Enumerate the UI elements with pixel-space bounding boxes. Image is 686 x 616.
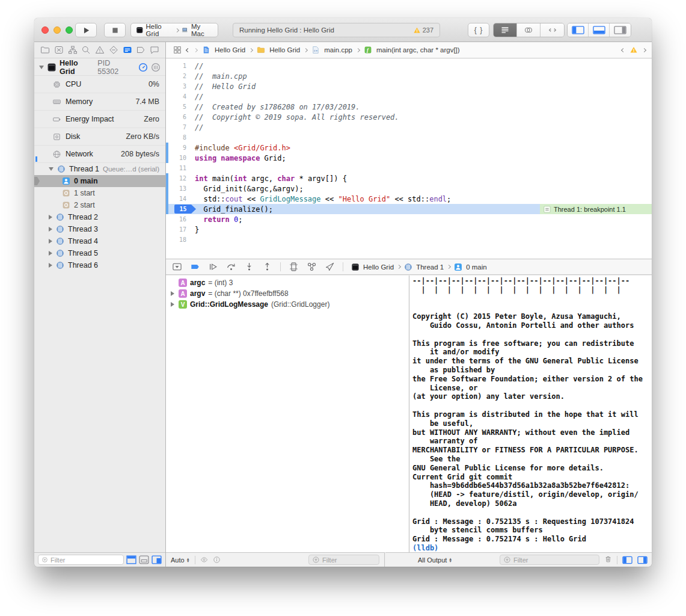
disclosure-triangle-icon[interactable] <box>49 215 52 220</box>
close-window-button[interactable] <box>41 26 49 34</box>
stack-frame-row[interactable]: 2 start <box>34 199 165 211</box>
toggle-variables-view-button[interactable] <box>622 556 632 564</box>
line-number[interactable]: 10 <box>166 155 195 161</box>
step-into-button[interactable] <box>244 262 254 272</box>
cpu-gauge[interactable]: CPU0% <box>34 76 165 93</box>
thread-row[interactable]: Thread 1Queue:…d (serial) <box>34 163 165 175</box>
toggle-navigator-button[interactable] <box>568 23 589 37</box>
variables-view[interactable]: Aargc= (int) 3Aargv= (char **) 0x7ffeefb… <box>166 276 409 552</box>
code-line[interactable]: 15 Grid_finalize();Thread 1: breakpoint … <box>166 204 652 214</box>
jump-bar-item[interactable]: main(int argc, char * argv[]) <box>376 46 460 54</box>
line-number[interactable]: 1 <box>166 63 195 69</box>
line-number[interactable]: 17 <box>166 226 195 233</box>
line-number[interactable]: 5 <box>166 103 195 110</box>
variable-row[interactable]: Aargv= (char **) 0x7ffeefbff568 <box>166 288 409 299</box>
disclosure-triangle-icon[interactable] <box>49 167 54 171</box>
code-line[interactable]: 13 Grid_init(&argc,&argv); <box>166 183 652 194</box>
disclosure-triangle-icon[interactable] <box>49 251 52 256</box>
thread-row[interactable]: Thread 2 <box>34 211 165 223</box>
code-line[interactable]: 2// main.cpp <box>166 71 652 81</box>
find-navigator-icon[interactable] <box>81 45 91 55</box>
line-number[interactable]: 2 <box>166 73 195 79</box>
minimize-window-button[interactable] <box>54 26 61 34</box>
source-control-navigator-icon[interactable] <box>54 45 64 55</box>
line-number[interactable]: 4 <box>166 93 195 100</box>
gauge-view-button-icon[interactable] <box>138 63 148 72</box>
hide-debug-area-button[interactable] <box>172 262 182 272</box>
variable-row[interactable]: Aargc= (int) 3 <box>166 277 409 288</box>
continue-button[interactable] <box>208 262 218 272</box>
line-number[interactable]: 8 <box>166 134 195 141</box>
thread-row[interactable]: Thread 6 <box>34 259 165 271</box>
memory-graph-button[interactable] <box>307 262 317 272</box>
disclosure-triangle-icon[interactable] <box>49 263 52 268</box>
report-navigator-icon[interactable] <box>149 45 160 55</box>
source-editor[interactable]: 1//2// main.cpp3// Hello Grid4//5// Crea… <box>166 59 652 259</box>
zoom-window-button[interactable] <box>66 26 73 34</box>
line-number[interactable]: 9 <box>166 144 195 151</box>
toggle-console-view-button[interactable] <box>637 556 648 564</box>
network-gauge[interactable]: Network208 bytes/s <box>34 146 165 163</box>
energy-gauge[interactable]: Energy ImpactZero <box>34 111 165 128</box>
show-crashed-filter-icon[interactable] <box>152 555 162 564</box>
breakpoint-navigator-icon[interactable] <box>135 45 146 55</box>
previous-issue-icon[interactable] <box>621 48 625 52</box>
related-items-icon[interactable] <box>173 46 182 54</box>
jump-bar-item[interactable]: main.cpp <box>324 46 352 54</box>
show-running-filter-icon[interactable] <box>126 555 136 564</box>
code-line[interactable]: 17} <box>166 224 652 235</box>
variables-filter-input[interactable]: Filter <box>308 555 379 565</box>
quicklook-eye-icon[interactable] <box>200 556 208 564</box>
line-number[interactable]: 12 <box>166 175 195 182</box>
code-line[interactable]: 18 <box>166 235 652 245</box>
disclosure-triangle-icon[interactable] <box>49 239 52 244</box>
forward-button-icon[interactable] <box>194 48 198 52</box>
stack-frame-row[interactable]: 1 start <box>34 187 165 199</box>
thread-row[interactable]: Thread 3 <box>34 223 165 235</box>
process-crumb[interactable]: Hello Grid <box>363 263 394 271</box>
frame-crumb[interactable]: 0 main <box>466 263 487 271</box>
thread-row[interactable]: Thread 5 <box>34 247 165 259</box>
process-row[interactable]: Hello Grid PID 55302 <box>34 59 165 76</box>
info-icon[interactable] <box>213 556 221 564</box>
disk-gauge[interactable]: DiskZero KB/s <box>34 128 165 146</box>
symbol-navigator-icon[interactable] <box>67 45 78 55</box>
code-line[interactable]: 8 <box>166 132 652 143</box>
line-number[interactable]: 14 <box>166 196 195 202</box>
line-number[interactable]: 11 <box>166 165 195 171</box>
toggle-inspector-button[interactable] <box>610 23 631 37</box>
code-line[interactable]: 16 return 0; <box>166 214 652 224</box>
line-number[interactable]: 7 <box>166 124 195 131</box>
line-number[interactable]: 3 <box>166 83 195 90</box>
line-number[interactable]: 16 <box>166 216 195 223</box>
version-editor-button[interactable] <box>541 23 564 37</box>
thread-row[interactable]: Thread 4 <box>34 235 165 247</box>
variables-scope-selector[interactable]: Auto ▲▼ <box>171 556 190 564</box>
test-navigator-icon[interactable] <box>108 45 119 55</box>
simulate-location-button[interactable] <box>325 262 335 272</box>
view-hierarchy-button[interactable] <box>289 262 299 272</box>
memory-gauge[interactable]: Memory7.4 MB <box>34 93 165 111</box>
line-number[interactable]: 18 <box>166 236 195 243</box>
disclosure-triangle-icon[interactable] <box>39 66 44 69</box>
library-button[interactable]: { } <box>468 23 489 37</box>
jump-bar-item[interactable]: Hello Grid <box>215 46 245 54</box>
line-number[interactable]: 6 <box>166 114 195 120</box>
next-issue-icon[interactable] <box>642 48 646 52</box>
back-button-icon[interactable] <box>186 48 190 52</box>
stack-frame-row[interactable]: 0 main <box>34 175 165 187</box>
issue-navigator-icon[interactable] <box>94 45 105 55</box>
project-navigator-icon[interactable] <box>40 45 51 55</box>
stop-button[interactable] <box>104 23 126 37</box>
thread-view-button-icon[interactable] <box>151 63 161 72</box>
breakpoints-toggle-button[interactable] <box>190 262 200 272</box>
console-filter-input[interactable]: Filter <box>500 555 599 565</box>
code-line[interactable]: 11 <box>166 163 652 173</box>
disclosure-triangle-icon[interactable] <box>170 302 176 307</box>
code-line[interactable]: 3// Hello Grid <box>166 81 652 91</box>
debug-navigator-icon[interactable] <box>122 45 133 55</box>
line-number[interactable]: 13 <box>166 185 195 192</box>
standard-editor-button[interactable] <box>494 23 517 37</box>
scheme-selector[interactable]: Hello Grid My Mac <box>130 23 218 37</box>
console-scope-selector[interactable]: All Output ▲▼ <box>418 556 452 564</box>
